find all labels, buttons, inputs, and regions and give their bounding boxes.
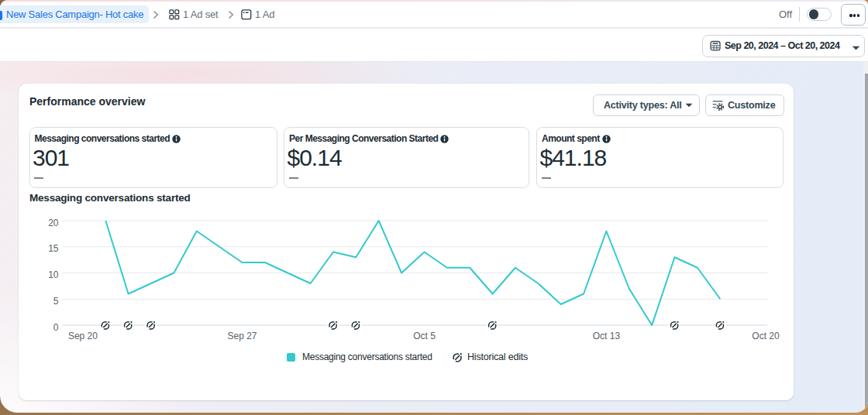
svg-text:Sep 27: Sep 27 [227, 331, 257, 341]
svg-text:20: 20 [48, 218, 59, 228]
svg-text:Oct 13: Oct 13 [593, 331, 621, 341]
svg-text:10: 10 [48, 269, 59, 280]
svg-text:Sep 20: Sep 20 [68, 331, 98, 341]
svg-text:0: 0 [53, 322, 59, 333]
svg-text:15: 15 [48, 243, 59, 254]
svg-text:Oct 20: Oct 20 [752, 331, 780, 341]
svg-text:Oct 5: Oct 5 [413, 331, 436, 341]
svg-text:5: 5 [53, 296, 59, 307]
